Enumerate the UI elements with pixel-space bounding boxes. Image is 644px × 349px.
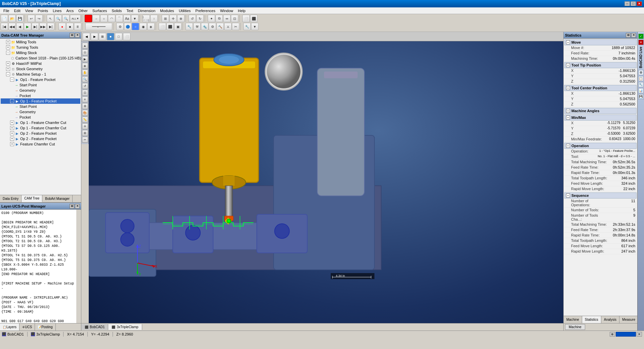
nav-fit[interactable]: ⊡ — [82, 90, 88, 96]
nc-tab-layers[interactable]: 📋 Layers — [0, 323, 19, 331]
tb-undo[interactable]: ↩ — [28, 15, 35, 22]
nav-section[interactable]: ✂ — [82, 137, 88, 143]
tree-milling-tools[interactable]: + 📁 Milling Tools — [1, 39, 80, 45]
tb-scale-btn[interactable]: ⊡ — [231, 15, 238, 22]
tb2-tool2[interactable]: ▼ — [251, 23, 258, 30]
nc-tab-posting[interactable]: 📝 Posting — [35, 323, 55, 331]
section-sequence-header[interactable]: − Sequence — [564, 192, 637, 199]
expander-op1-fp-2[interactable]: − — [10, 99, 14, 103]
menu-points[interactable]: Points — [36, 8, 50, 13]
live-btn-5[interactable]: 💾 — [638, 94, 644, 99]
nc-code-scrollbar[interactable] — [76, 210, 81, 323]
menu-view[interactable]: View — [23, 8, 35, 13]
tb2-view2[interactable]: ⬛ — [166, 23, 174, 30]
expander-haas-millpat[interactable]: + — [6, 61, 10, 66]
section-move-header[interactable]: − Move — [564, 39, 637, 45]
expander-milling-tools[interactable]: + — [6, 40, 10, 44]
nav-iso[interactable]: ◈ — [82, 63, 88, 69]
tree-geometry-2[interactable]: → Geometry — [1, 109, 80, 115]
nav-color[interactable]: 🎨 — [82, 110, 88, 116]
nc-tab-ucs[interactable]: ✛ UCS — [19, 323, 35, 331]
tb2-play-end[interactable]: ▶| — [47, 23, 54, 30]
section-tool-tip-header[interactable]: − Tool Tip Position — [564, 62, 637, 68]
tree-haas-millpat[interactable]: + ⚙ HaasVF MillPat — [1, 61, 80, 66]
vp-tab-tripleclamp[interactable]: ⬛ 3xTripleClamp — [108, 324, 142, 330]
tab-analysis[interactable]: Analysis — [601, 316, 619, 323]
vp-nav-next[interactable]: ▶ — [91, 33, 98, 40]
expander-machine-setup[interactable]: − — [6, 72, 10, 76]
cam-tree-float[interactable]: ⊟ — [70, 33, 74, 38]
live-btn-4[interactable]: 📊 — [638, 88, 644, 93]
live-btn-3[interactable]: 🔧 — [638, 82, 644, 87]
nav-right[interactable]: ▶ — [82, 56, 88, 62]
tb-mirror[interactable]: ⇔ — [223, 15, 231, 22]
tb2-next-fast[interactable]: ▶▶ — [39, 23, 47, 30]
tb-arc2[interactable]: ⌒ — [116, 15, 123, 22]
restore-button[interactable]: □ — [631, 1, 636, 6]
stats-float[interactable]: ⊟ — [626, 33, 631, 38]
tb-snap[interactable]: ✛ — [169, 15, 177, 22]
menu-solids[interactable]: Solids — [110, 8, 124, 13]
menu-other[interactable]: Other — [76, 8, 90, 13]
minimize-button[interactable]: ─ — [625, 1, 630, 6]
nc-code-content[interactable]: O100 (PROGRAM NUMBER) [BEGIN PREDATOR NC… — [0, 210, 76, 323]
tree-op1-chamfer-1[interactable]: + ▶ Op 1 - Feature Chamfer Cut — [1, 120, 80, 125]
tab-statistics[interactable]: Statistics — [582, 316, 601, 323]
tb2-sim5[interactable]: ◈ — [147, 23, 155, 30]
tab-bobart-manager[interactable]: BobArt Manager — [42, 195, 73, 202]
tb-save[interactable]: 💾 — [16, 15, 24, 22]
tb-dim1[interactable]: |←→| — [143, 15, 150, 22]
nav-pan[interactable]: ✋ — [82, 70, 88, 76]
cam-tree-close[interactable]: ✕ — [75, 33, 80, 38]
tb-grid[interactable]: ⊞ — [162, 15, 169, 22]
tree-start-point-1[interactable]: → Start Point — [1, 82, 80, 88]
tree-pocket-2[interactable]: → Pocket — [1, 115, 80, 120]
status-snap-btn[interactable]: ⊕ — [610, 332, 615, 337]
nav-layers[interactable]: ≡ — [82, 96, 88, 102]
tb2-stop[interactable]: ■ — [66, 23, 74, 30]
nav-measure[interactable]: 📏 — [82, 117, 88, 123]
tab-cam-tree[interactable]: CAM Tree — [22, 195, 42, 202]
tree-op2-fp-2[interactable]: + ▶ Op 2 - Feature Pocket — [1, 136, 80, 141]
nav-snap[interactable]: ✛ — [82, 123, 88, 129]
tb-circle[interactable]: ○ — [100, 15, 108, 22]
status-close-btn[interactable]: ✕ — [637, 332, 642, 337]
tree-op1-fp-2[interactable]: − ▶ Op 1 - Feature Pocket — [1, 98, 80, 104]
menu-window[interactable]: Window — [218, 8, 235, 13]
tb-all[interactable]: ALL▼ — [70, 15, 81, 22]
tb-rotate-ccw[interactable]: ↺ — [189, 15, 196, 22]
tb2-speed[interactable]: ━━━●━━━━ — [85, 23, 112, 30]
tb2-machine2[interactable]: ⚒ — [193, 23, 201, 30]
tree-op1-chamfer-2[interactable]: + ▶ Op 1 - Feature Chamfer Cut — [1, 125, 80, 131]
menu-lines[interactable]: Lines — [51, 8, 64, 13]
tb2-prev[interactable]: ◀ — [16, 23, 24, 30]
expander-op1-fp-1[interactable]: − — [10, 78, 14, 82]
tb2-sim4[interactable]: ◉ — [139, 23, 147, 30]
tb-font[interactable]: Aa — [123, 15, 131, 22]
tb2-pause[interactable]: ⏸ — [74, 23, 81, 30]
vp-wireframe[interactable]: □ — [115, 33, 122, 40]
section-minmax-header[interactable]: − Min/Max — [564, 115, 637, 121]
expander-turning-tools[interactable]: + — [6, 45, 10, 49]
menu-arcs[interactable]: Arcs — [64, 8, 76, 13]
tb-zoom-out[interactable]: 🔍 — [62, 15, 70, 22]
tb2-sim2[interactable]: 🔵 — [124, 23, 131, 30]
tb2-sim1[interactable]: ⚙ — [116, 23, 124, 30]
section-operation-header[interactable]: − Operation — [564, 143, 637, 149]
live-btn-2[interactable]: 📋 — [638, 76, 644, 81]
expander-op1-chamfer-2[interactable]: + — [10, 126, 14, 130]
vp-nav-prev[interactable]: ◀ — [83, 33, 90, 40]
menu-file[interactable]: File — [1, 8, 11, 13]
tb2-sim3[interactable]: ○ — [132, 23, 139, 30]
tb-redo[interactable]: ↪ — [35, 15, 43, 22]
stats-close[interactable]: ✕ — [631, 33, 636, 38]
nc-code-float[interactable]: ⊟ — [70, 204, 74, 209]
live-btn-check[interactable]: ✓ — [638, 34, 644, 39]
tb-move[interactable]: ✦ — [208, 15, 215, 22]
tree-machine-setup[interactable]: − ⚙ Machine Setup - 1 — [1, 72, 80, 77]
tb2-machine7[interactable]: ✂ — [232, 23, 239, 30]
menu-modules[interactable]: Modules — [158, 8, 176, 13]
expander-op2-fp-1[interactable]: + — [10, 131, 14, 135]
menu-preferences[interactable]: Preferences — [193, 8, 217, 13]
tb-arrow[interactable]: → — [92, 15, 100, 22]
